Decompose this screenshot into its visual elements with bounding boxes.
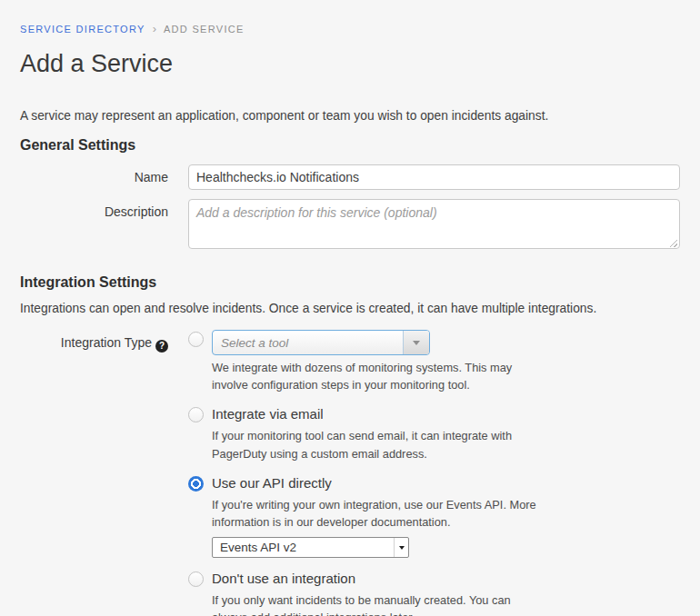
service-description-input[interactable]	[188, 199, 680, 249]
option-none-help: If you only want incidents to be manuall…	[212, 591, 541, 616]
radio-email[interactable]	[188, 407, 204, 422]
breadcrumb: SERVICE DIRECTORY › ADD SERVICE	[20, 22, 680, 35]
radio-select-tool[interactable]	[188, 332, 204, 347]
combobox-arrow-button[interactable]	[403, 331, 429, 354]
description-label: Description	[20, 199, 168, 253]
option-api-help: If you're writing your own integration, …	[212, 496, 541, 531]
help-icon[interactable]: ?	[155, 340, 168, 353]
integration-type-label-text: Integration Type	[61, 335, 152, 350]
description-row: Description	[20, 199, 680, 253]
breadcrumb-service-directory[interactable]: SERVICE DIRECTORY	[20, 24, 145, 35]
option-none: Don't use an integration If you only wan…	[188, 570, 680, 616]
select-arrow-area[interactable]	[394, 538, 408, 557]
page-title: Add a Service	[20, 50, 680, 78]
option-email: Integrate via email If your monitoring t…	[188, 405, 680, 462]
api-version-select[interactable]: Events API v2	[212, 537, 409, 558]
integration-settings-heading: Integration Settings	[20, 274, 680, 291]
option-select-tool: Select a tool We integrate with dozens o…	[188, 330, 680, 393]
radio-none[interactable]	[188, 571, 204, 587]
page-intro-text: A service may represent an application, …	[20, 109, 680, 123]
add-service-page: SERVICE DIRECTORY › ADD SERVICE Add a Se…	[0, 0, 700, 616]
option-select-tool-help: We integrate with dozens of monitoring s…	[212, 359, 541, 393]
option-email-label[interactable]: Integrate via email	[212, 405, 541, 423]
tool-select-placeholder: Select a tool	[213, 336, 403, 350]
general-settings-heading: General Settings	[20, 137, 680, 154]
breadcrumb-add-service: ADD SERVICE	[164, 24, 245, 35]
option-email-help: If your monitoring tool can send email, …	[212, 427, 541, 462]
name-row: Name	[20, 164, 680, 190]
tool-select-combobox[interactable]: Select a tool	[212, 330, 430, 355]
service-name-input[interactable]	[188, 164, 680, 190]
integration-type-label: Integration Type?	[20, 330, 168, 616]
integration-type-row: Integration Type? Select a tool We integ…	[20, 330, 680, 616]
breadcrumb-chevron-icon: ›	[153, 22, 156, 35]
name-label: Name	[20, 164, 168, 190]
radio-api[interactable]	[188, 476, 204, 492]
integration-intro-text: Integrations can open and resolve incide…	[20, 302, 680, 315]
option-none-label[interactable]: Don't use an integration	[212, 570, 541, 588]
option-api-label[interactable]: Use our API directly	[212, 474, 541, 492]
option-api: Use our API directly If you're writing y…	[188, 474, 680, 558]
api-version-selected-value: Events API v2	[213, 541, 394, 554]
chevron-down-icon	[413, 341, 420, 345]
chevron-down-icon	[399, 546, 405, 550]
